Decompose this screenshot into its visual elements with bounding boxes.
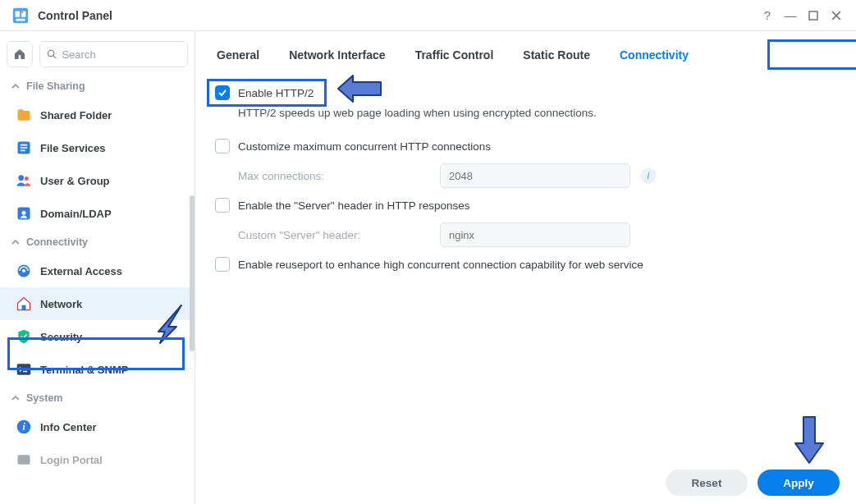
input-custom-server xyxy=(440,222,630,247)
http2-description: HTTP/2 speeds up web page loading when u… xyxy=(215,107,833,132)
svg-rect-1 xyxy=(16,11,20,16)
label-enable-http2[interactable]: Enable HTTP/2 xyxy=(238,87,314,99)
sidebar-item-security[interactable]: Security xyxy=(0,320,195,353)
search-box[interactable] xyxy=(39,41,188,67)
apply-button[interactable]: Apply xyxy=(758,470,840,496)
check-icon xyxy=(217,88,227,98)
search-icon xyxy=(47,48,57,60)
checkbox-enable-http2[interactable] xyxy=(215,85,230,100)
sidebar: File Sharing Shared Folder File Services… xyxy=(0,31,195,504)
chevron-up-icon xyxy=(11,394,20,402)
section-label: Connectivity xyxy=(26,236,88,248)
svg-point-4 xyxy=(21,11,23,12)
label-customize-max[interactable]: Customize maximum concurrent HTTP connec… xyxy=(238,140,491,153)
close-button[interactable] xyxy=(825,4,848,27)
home-button[interactable] xyxy=(7,41,33,67)
chevron-up-icon xyxy=(11,238,20,246)
sidebar-item-label: Shared Folder xyxy=(40,109,112,121)
info-icon: i xyxy=(16,419,32,435)
file-services-icon xyxy=(16,140,32,156)
window-title: Control Panel xyxy=(38,9,756,22)
label-custom-server: Custom "Server" header: xyxy=(238,229,440,241)
sidebar-item-label: Domain/LDAP xyxy=(40,208,112,220)
tab-bar: General Network Interface Traffic Contro… xyxy=(195,31,856,77)
sidebar-scrollbar[interactable] xyxy=(190,195,195,351)
app-icon xyxy=(11,7,30,25)
content-area: General Network Interface Traffic Contro… xyxy=(195,31,856,504)
sidebar-item-info-center[interactable]: i Info Center xyxy=(0,410,195,443)
sidebar-item-label: Network xyxy=(40,298,82,310)
tab-network-interface[interactable]: Network Interface xyxy=(287,46,387,64)
sidebar-item-label: File Services xyxy=(40,142,106,154)
label-max-connections: Max connections: xyxy=(238,170,440,182)
tab-static-route[interactable]: Static Route xyxy=(521,46,592,64)
section-file-sharing[interactable]: File Sharing xyxy=(0,74,195,99)
domain-icon xyxy=(16,205,32,222)
sidebar-item-domain-ldap[interactable]: Domain/LDAP xyxy=(0,197,195,230)
sidebar-item-label: External Access xyxy=(40,265,122,277)
sidebar-item-external-access[interactable]: External Access xyxy=(0,254,195,287)
svg-point-8 xyxy=(18,175,24,181)
tab-connectivity[interactable]: Connectivity xyxy=(618,46,690,64)
network-icon xyxy=(16,296,32,312)
shield-icon xyxy=(16,328,32,345)
title-bar: Control Panel ? — xyxy=(0,0,856,31)
sidebar-item-user-group[interactable]: User & Group xyxy=(0,164,195,197)
svg-rect-14 xyxy=(22,305,26,310)
sidebar-item-label: Login Portal xyxy=(40,454,103,466)
sidebar-item-file-services[interactable]: File Services xyxy=(0,131,195,164)
external-access-icon xyxy=(16,263,32,279)
section-label: File Sharing xyxy=(26,80,85,92)
svg-point-13 xyxy=(22,269,25,273)
sidebar-item-label: Security xyxy=(40,331,82,343)
user-group-icon xyxy=(16,172,32,189)
checkbox-reuseport[interactable] xyxy=(215,257,230,272)
section-connectivity[interactable]: Connectivity xyxy=(0,230,195,254)
sidebar-item-network[interactable]: Network xyxy=(0,287,195,320)
reset-button[interactable]: Reset xyxy=(666,470,748,496)
label-server-header[interactable]: Enable the "Server" header in HTTP respo… xyxy=(238,199,470,212)
search-input[interactable] xyxy=(62,48,181,61)
tab-general[interactable]: General xyxy=(215,46,261,64)
sidebar-item-label: User & Group xyxy=(40,175,110,187)
sidebar-item-shared-folder[interactable]: Shared Folder xyxy=(0,99,195,131)
checkbox-customize-max[interactable] xyxy=(215,139,230,153)
terminal-icon xyxy=(16,361,32,378)
chevron-up-icon xyxy=(11,82,20,90)
annotation-arrow-apply xyxy=(792,414,826,466)
input-max-connections xyxy=(440,163,630,188)
svg-point-6 xyxy=(48,50,54,56)
minimize-button[interactable]: — xyxy=(779,4,802,27)
sidebar-item-terminal-snmp[interactable]: Terminal & SNMP xyxy=(0,353,195,386)
svg-rect-3 xyxy=(16,18,25,21)
svg-point-11 xyxy=(22,211,26,215)
sidebar-item-label: Info Center xyxy=(40,421,97,433)
section-label: System xyxy=(26,392,62,404)
svg-rect-5 xyxy=(809,11,817,20)
svg-rect-18 xyxy=(18,455,30,465)
tab-traffic-control[interactable]: Traffic Control xyxy=(414,46,496,64)
section-system[interactable]: System xyxy=(0,386,195,410)
label-reuseport[interactable]: Enable reuseport to enhance high concurr… xyxy=(238,259,643,271)
info-max-connections[interactable]: i xyxy=(640,167,657,184)
svg-point-9 xyxy=(25,176,29,181)
maximize-button[interactable] xyxy=(802,4,825,27)
help-button[interactable]: ? xyxy=(756,4,779,27)
checkbox-server-header[interactable] xyxy=(215,198,230,213)
login-portal-icon xyxy=(16,451,32,468)
sidebar-item-label: Terminal & SNMP xyxy=(40,364,128,376)
sidebar-item-login-portal[interactable]: Login Portal xyxy=(0,443,195,476)
folder-icon xyxy=(16,107,32,123)
svg-rect-15 xyxy=(17,364,31,374)
